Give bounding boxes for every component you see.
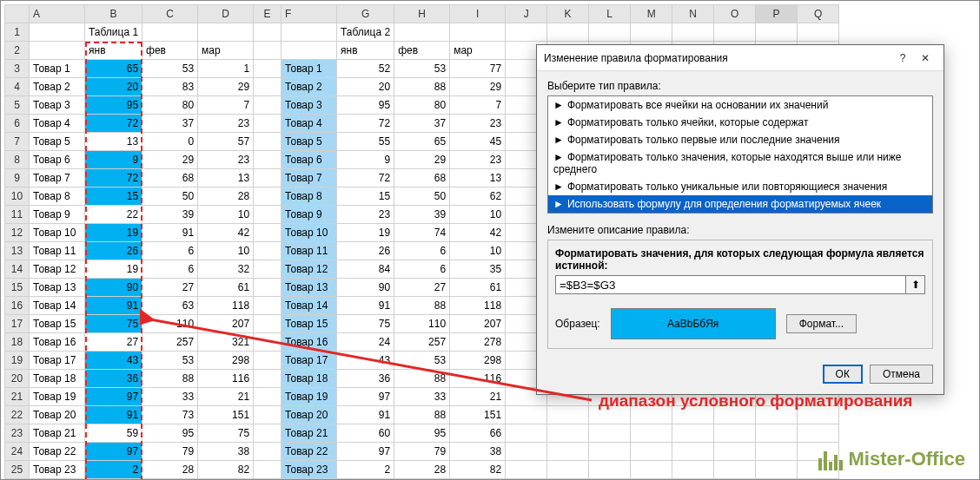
cancel-button[interactable]: Отмена xyxy=(870,365,933,384)
cell[interactable]: Товар 10 xyxy=(281,224,337,242)
cell[interactable]: 15 xyxy=(85,187,142,206)
cell[interactable]: Товар 17 xyxy=(281,352,337,370)
cell[interactable]: 39 xyxy=(394,206,450,224)
cell[interactable]: Таблица 2 xyxy=(337,23,394,42)
rule-option[interactable]: ►Использовать формулу для определения фо… xyxy=(548,195,932,213)
cell[interactable] xyxy=(254,406,281,424)
cell[interactable]: Товар 4 xyxy=(30,115,85,133)
cell[interactable] xyxy=(254,352,281,370)
formula-input[interactable] xyxy=(555,275,906,294)
cell[interactable]: 37 xyxy=(142,115,198,133)
cell[interactable] xyxy=(254,78,281,96)
collapse-dialog-icon[interactable]: ⬆ xyxy=(906,275,925,294)
cell[interactable] xyxy=(254,42,281,60)
cell[interactable]: 62 xyxy=(450,187,506,206)
cell[interactable]: 0 xyxy=(142,133,198,151)
cell[interactable]: Товар 6 xyxy=(281,151,337,169)
cell[interactable]: 91 xyxy=(142,224,198,242)
cell[interactable]: 21 xyxy=(198,388,254,406)
rule-option[interactable]: ►Форматировать только уникальные или пов… xyxy=(548,178,932,195)
cell[interactable] xyxy=(547,23,589,42)
row-header[interactable]: 11 xyxy=(5,206,30,224)
cell[interactable]: 80 xyxy=(142,96,198,115)
cell[interactable]: 72 xyxy=(85,115,142,133)
row-header[interactable]: 5 xyxy=(5,96,30,115)
row-header[interactable]: 21 xyxy=(5,388,30,406)
cell[interactable] xyxy=(198,23,254,42)
cell[interactable] xyxy=(547,406,589,424)
cell[interactable]: Товар 3 xyxy=(30,96,85,115)
cell[interactable]: 2 xyxy=(337,461,394,479)
cell[interactable]: 73 xyxy=(142,406,198,424)
row-header[interactable]: 20 xyxy=(5,370,30,388)
cell[interactable]: Товар 1 xyxy=(30,60,85,78)
cell[interactable]: 97 xyxy=(337,443,394,461)
cell[interactable]: 97 xyxy=(337,388,394,406)
cell[interactable] xyxy=(506,461,547,479)
row-header[interactable]: 4 xyxy=(5,78,30,96)
cell[interactable]: 88 xyxy=(142,370,198,388)
cell[interactable] xyxy=(30,42,85,60)
cell[interactable]: 27 xyxy=(394,279,450,297)
cell[interactable]: 33 xyxy=(394,388,450,406)
cell[interactable] xyxy=(547,424,589,443)
cell[interactable]: 6 xyxy=(394,242,450,260)
col-header-Q[interactable]: Q xyxy=(798,5,839,23)
cell[interactable]: Товар 15 xyxy=(30,315,85,333)
cell[interactable]: Товар 3 xyxy=(281,96,337,115)
cell[interactable]: 68 xyxy=(142,169,198,187)
cell[interactable] xyxy=(254,242,281,260)
cell[interactable]: Товар 21 xyxy=(281,424,337,443)
cell[interactable] xyxy=(672,443,714,461)
row-header[interactable]: 25 xyxy=(5,461,30,479)
cell[interactable]: 65 xyxy=(394,133,450,151)
col-header-E[interactable]: E xyxy=(254,5,281,23)
cell[interactable]: Товар 4 xyxy=(281,115,337,133)
cell[interactable]: 45 xyxy=(450,133,506,151)
cell[interactable]: Товар 12 xyxy=(281,260,337,279)
row-header[interactable]: 17 xyxy=(5,315,30,333)
cell[interactable]: Товар 8 xyxy=(30,187,85,206)
cell[interactable] xyxy=(30,23,85,42)
cell[interactable] xyxy=(394,23,450,42)
cell[interactable] xyxy=(756,443,798,461)
cell[interactable]: 27 xyxy=(142,279,198,297)
cell[interactable]: Товар 5 xyxy=(281,133,337,151)
cell[interactable]: 6 xyxy=(142,260,198,279)
cell[interactable]: 298 xyxy=(198,352,254,370)
cell[interactable] xyxy=(254,96,281,115)
cell[interactable]: 20 xyxy=(85,78,142,96)
cell[interactable]: 38 xyxy=(450,443,506,461)
cell[interactable]: 57 xyxy=(198,133,254,151)
cell[interactable]: Товар 22 xyxy=(30,443,85,461)
cell[interactable]: 28 xyxy=(394,461,450,479)
cell[interactable] xyxy=(254,60,281,78)
cell[interactable]: 278 xyxy=(450,333,506,352)
cell[interactable]: 6 xyxy=(142,242,198,260)
cell[interactable]: 20 xyxy=(337,78,394,96)
cell[interactable]: 90 xyxy=(85,279,142,297)
cell[interactable]: 110 xyxy=(142,315,198,333)
cell[interactable] xyxy=(714,443,756,461)
cell[interactable] xyxy=(798,424,839,443)
cell[interactable]: фев xyxy=(394,42,450,60)
row-header[interactable]: 14 xyxy=(5,260,30,279)
cell[interactable]: Товар 21 xyxy=(30,424,85,443)
rule-type-list[interactable]: ►Форматировать все ячейки на основании и… xyxy=(547,95,933,214)
cell[interactable]: 79 xyxy=(142,443,198,461)
cell[interactable]: 55 xyxy=(337,133,394,151)
cell[interactable] xyxy=(714,461,756,479)
cell[interactable] xyxy=(254,279,281,297)
col-header-N[interactable]: N xyxy=(672,5,714,23)
cell[interactable]: 13 xyxy=(198,169,254,187)
cell[interactable]: 10 xyxy=(450,242,506,260)
col-header-B[interactable]: B xyxy=(85,5,142,23)
cell[interactable]: 63 xyxy=(142,297,198,315)
cell[interactable] xyxy=(254,23,281,42)
col-header-G[interactable]: G xyxy=(337,5,394,23)
cell[interactable]: 151 xyxy=(450,406,506,424)
cell[interactable]: 95 xyxy=(337,96,394,115)
cell[interactable]: Товар 9 xyxy=(281,206,337,224)
cell[interactable]: Товар 13 xyxy=(30,279,85,297)
row-header[interactable]: 8 xyxy=(5,151,30,169)
